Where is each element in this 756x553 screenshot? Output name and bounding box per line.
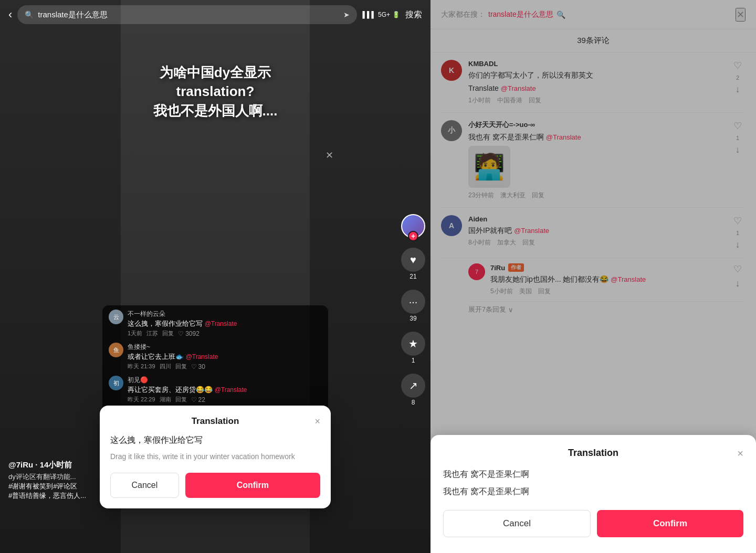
video-line2: translation?: [153, 82, 278, 101]
comment-meta-2: 昨天 21:39 四川 回复 ♡ 30: [128, 363, 322, 370]
sidebar-star-item[interactable]: ★ 1: [401, 332, 425, 364]
translation-dialog-right: Translation × 我也有 窝不是歪果仁啊 我也有 窝不是歪果仁啊 Ca…: [430, 435, 756, 553]
follow-plus-icon: +: [408, 231, 418, 241]
right-panel: 大家都在搜： translate是什么意思 🔍 ✕ 39条评论 K KMBADL…: [430, 0, 756, 553]
search-bar[interactable]: 🔍 translate是什么意思 ➤: [17, 5, 357, 24]
comments-close-button[interactable]: ✕: [326, 150, 333, 161]
dialog-actions-left: Cancel Confirm: [110, 473, 320, 498]
search-query-text: translate是什么意思: [38, 10, 343, 20]
bottom-user-info: @7iRu · 14小时前 dy评论区有翻译功能... #谢谢有被笑到#评论区 …: [8, 460, 86, 501]
right-dialog-actions: Cancel Confirm: [443, 510, 743, 537]
cancel-button-left[interactable]: Cancel: [110, 473, 179, 498]
comment-item-1: 云 不一样的云朵 这么拽，寒假作业给它写 @Translate 1天前 江苏 回…: [109, 310, 322, 337]
sidebar-avatar-wrap: +: [401, 214, 425, 238]
dialog-header-left: Translation ×: [110, 416, 320, 427]
confirm-button-right[interactable]: Confirm: [597, 510, 743, 537]
right-dialog-text2: 我也有 窝不是歪果仁啊: [443, 486, 743, 497]
right-sidebar: + ♥ 21 ··· 39 ★ 1 ↗ 8: [401, 214, 425, 406]
comment-user-1: 不一样的云朵: [128, 310, 322, 318]
user-tags: dy评论区有翻译功能... #谢谢有被笑到#评论区 #普语结善缘，恶言伤人...: [8, 472, 86, 501]
right-dialog-text1: 我也有 窝不是歪果仁啊: [443, 469, 743, 480]
sidebar-like-item[interactable]: ♥ 21: [401, 248, 425, 280]
comment-avatar-1: 云: [109, 310, 123, 324]
navigation-icon: ➤: [343, 10, 350, 19]
right-dialog-header: Translation ×: [443, 448, 743, 459]
comment-likes-1: ♡ 3092: [178, 329, 200, 337]
username-label: @7iRu · 14小时前: [8, 460, 86, 470]
comment-meta-1: 1天前 江苏 回复 ♡ 3092: [128, 329, 322, 337]
video-text: 为啥中国dy全显示 translation? 我也不是外国人啊....: [153, 63, 278, 120]
network-type: 5G+: [378, 11, 390, 18]
translate-link-2[interactable]: @Translate: [186, 353, 218, 360]
right-dialog-title: Translation: [568, 448, 618, 459]
comment-likes-2: ♡ 30: [191, 363, 205, 370]
comment-text-2: 或者让它去上班🐟 @Translate: [128, 353, 322, 361]
star-icon-circle: ★: [401, 332, 425, 356]
video-line1: 为啥中国dy全显示: [153, 63, 278, 82]
confirm-button-left[interactable]: Confirm: [185, 473, 320, 498]
dialog-translated-text: Drag it like this, write it in your wint…: [110, 451, 320, 462]
like-icon-circle: ♥: [401, 248, 425, 272]
comment-item-3: 初 初见🔴 再让它买套房、还房贷😂😂 @Translate 昨天 22:29 湖…: [109, 376, 322, 403]
sidebar-avatar-item[interactable]: +: [401, 214, 425, 238]
comment-icon-circle: ···: [401, 290, 425, 314]
signal-area: ▌▌▌ 5G+ 🔋: [362, 11, 400, 18]
dialog-main-text: 这么拽，寒假作业给它写: [110, 435, 320, 446]
video-line3: 我也不是外国人啊....: [153, 101, 278, 120]
star-count: 1: [412, 357, 415, 364]
share-icon-circle: ↗: [401, 374, 425, 398]
comment-avatar-3: 初: [109, 376, 123, 390]
translate-link-3[interactable]: @Translate: [215, 386, 247, 394]
top-bar: ‹ 🔍 translate是什么意思 ➤ ▌▌▌ 5G+ 🔋 搜索: [0, 0, 430, 29]
comment-body-3: 初见🔴 再让它买套房、还房贷😂😂 @Translate 昨天 22:29 湖南 …: [128, 376, 322, 403]
comment-meta-3: 昨天 22:29 湖南 回复 ♡ 22: [128, 396, 322, 403]
comment-avatar-2: 鱼: [109, 343, 123, 357]
signal-bars: ▌▌▌: [362, 11, 376, 18]
translate-link-1[interactable]: @Translate: [205, 320, 237, 327]
comment-body-2: 鱼搂搂~ 或者让它去上班🐟 @Translate 昨天 21:39 四川 回复 …: [128, 343, 322, 370]
comment-count: 39: [410, 315, 416, 322]
left-panel: ‹ 🔍 translate是什么意思 ➤ ▌▌▌ 5G+ 🔋 搜索 为啥中国dy…: [0, 0, 430, 553]
cancel-button-right[interactable]: Cancel: [443, 510, 591, 537]
translation-dialog-left: Translation × 这么拽，寒假作业给它写 Drag it like t…: [100, 406, 331, 508]
battery-icon: 🔋: [392, 11, 400, 18]
sidebar-share-item[interactable]: ↗ 8: [401, 374, 425, 406]
comment-body-1: 不一样的云朵 这么拽，寒假作业给它写 @Translate 1天前 江苏 回复 …: [128, 310, 322, 337]
dialog-close-left[interactable]: ×: [314, 416, 320, 427]
right-dialog-close-button[interactable]: ×: [737, 448, 743, 460]
search-button[interactable]: 搜索: [405, 9, 422, 20]
like-count: 21: [410, 273, 416, 280]
dialog-title-left: Translation: [192, 416, 239, 427]
comment-user-2: 鱼搂搂~: [128, 343, 322, 352]
share-count: 8: [412, 399, 415, 406]
comment-item-2: 鱼 鱼搂搂~ 或者让它去上班🐟 @Translate 昨天 21:39 四川 回…: [109, 343, 322, 370]
sidebar-comment-item[interactable]: ··· 39: [401, 290, 425, 322]
comment-user-3: 初见🔴: [128, 376, 322, 385]
back-button[interactable]: ‹: [8, 8, 12, 22]
search-icon: 🔍: [25, 10, 34, 19]
comment-text-3: 再让它买套房、还房贷😂😂 @Translate: [128, 386, 322, 395]
comment-likes-3: ♡ 22: [191, 396, 205, 403]
comment-text-1: 这么拽，寒假作业给它写 @Translate: [128, 320, 322, 328]
